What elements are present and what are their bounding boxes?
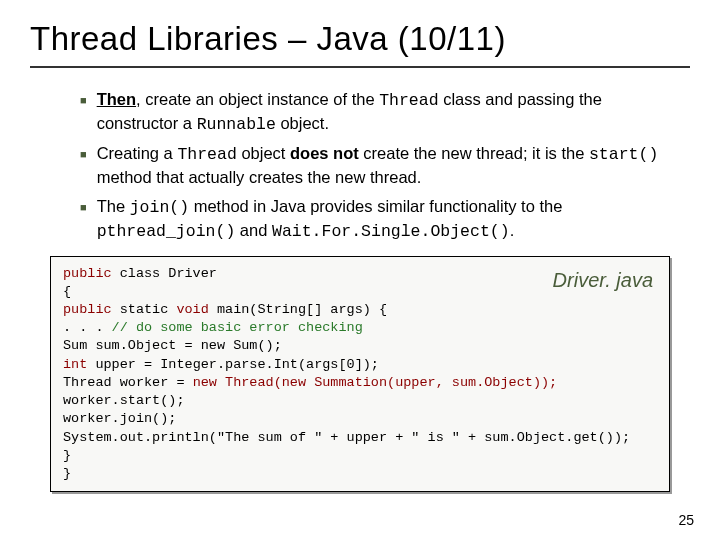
code-block: Driver. java public class Driver { publi… xyxy=(50,256,670,493)
bullet-text: Creating a Thread object does not create… xyxy=(97,142,680,189)
code-line: System.out.println("The sum of " + upper… xyxy=(63,429,657,447)
code-line: worker.join(); xyxy=(63,410,657,428)
code-line: public static void main(String[] args) { xyxy=(63,301,657,319)
code-filename: Driver. java xyxy=(553,267,653,294)
bullet-item: ■ The join() method in Java provides sim… xyxy=(80,195,680,243)
bullet-marker-icon: ■ xyxy=(80,93,87,136)
code-line: int upper = Integer.parse.Int(args[0]); xyxy=(63,356,657,374)
bullet-marker-icon: ■ xyxy=(80,200,87,243)
bullet-list: ■ Then, create an object instance of the… xyxy=(30,88,690,244)
slide-title: Thread Libraries – Java (10/11) xyxy=(30,20,690,68)
code-line: } xyxy=(63,465,657,483)
code-line: worker.start(); xyxy=(63,392,657,410)
code-line: } xyxy=(63,447,657,465)
bullet-item: ■ Creating a Thread object does not crea… xyxy=(80,142,680,189)
code-line: . . . // do some basic error checking xyxy=(63,319,657,337)
page-number: 25 xyxy=(678,512,694,528)
bullet-item: ■ Then, create an object instance of the… xyxy=(80,88,680,136)
bullet-marker-icon: ■ xyxy=(80,147,87,189)
code-line: Thread worker = new Thread(new Summation… xyxy=(63,374,657,392)
slide-container: Thread Libraries – Java (10/11) ■ Then, … xyxy=(0,0,720,540)
bullet-text: Then, create an object instance of the T… xyxy=(97,88,680,136)
bullet-text: The join() method in Java provides simil… xyxy=(97,195,680,243)
code-line: Sum sum.Object = new Sum(); xyxy=(63,337,657,355)
